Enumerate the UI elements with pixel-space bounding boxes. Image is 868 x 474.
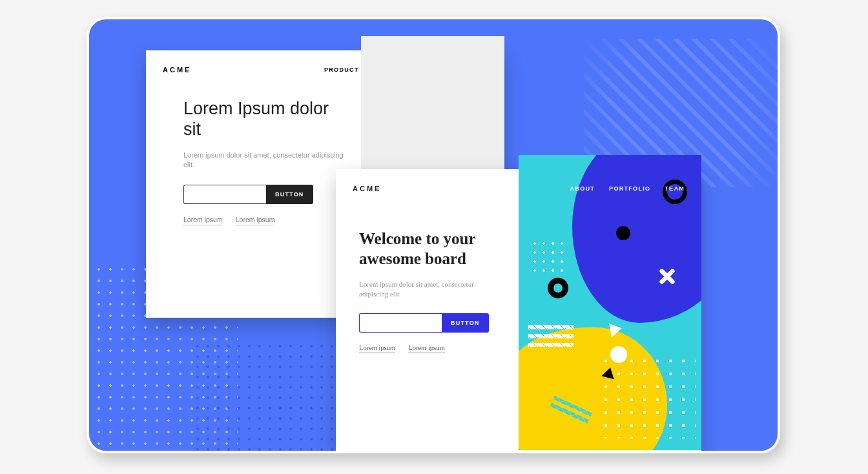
wireframe-link-1[interactable]: Lorem ipsum xyxy=(183,216,223,225)
styled-headline: Welcome to your awesome board xyxy=(359,229,503,269)
triangle-white-icon xyxy=(609,322,623,338)
wireframe-logo: ACME xyxy=(163,66,191,74)
styled-body: Welcome to your awesome board Lorem ipsu… xyxy=(336,199,519,450)
styled-cta: BUTTON xyxy=(359,313,503,333)
wireframe-button[interactable]: BUTTON xyxy=(266,185,313,204)
wireframe-cta: BUTTON xyxy=(183,185,346,204)
nav-team[interactable]: TEAM xyxy=(665,185,685,192)
illustration-stage: ACME PRODUCT ABOUT PORTFOLIO TEAM Lorem … xyxy=(87,17,780,453)
ring-small-icon xyxy=(548,278,568,298)
dots-grid-icon xyxy=(599,355,696,438)
styled-nav: PRODUCT ABOUT PORTFOLIO TEAM xyxy=(521,185,685,192)
styled-button[interactable]: BUTTON xyxy=(442,313,489,333)
wireframe-headline: Lorem Ipsum dolor sit xyxy=(183,98,346,140)
styled-input[interactable] xyxy=(359,313,442,333)
styled-logo: ACME xyxy=(353,185,381,192)
wireframe-input[interactable] xyxy=(183,185,266,204)
dots-small-icon xyxy=(530,239,569,278)
styled-link-1[interactable]: Lorem ipsum xyxy=(359,344,395,353)
styled-card: ACME PRODUCT ABOUT PORTFOLIO TEAM Welcom… xyxy=(336,169,701,453)
styled-subtext: Lorem ipsum dolor sit amet, consectetur … xyxy=(359,280,503,300)
styled-header: ACME PRODUCT ABOUT PORTFOLIO TEAM xyxy=(336,169,701,199)
nav-portfolio[interactable]: PORTFOLIO xyxy=(609,185,650,192)
circle-white-icon xyxy=(610,346,627,363)
circle-solid-icon xyxy=(616,226,630,240)
nav-product[interactable]: PRODUCT xyxy=(324,67,359,73)
wireframe-link-2[interactable]: Lorem ipsum xyxy=(236,216,275,225)
nav-about[interactable]: ABOUT xyxy=(570,185,595,192)
zigzag-white-icon xyxy=(528,325,574,347)
styled-link-2[interactable]: Lorem ipsum xyxy=(408,344,444,353)
styled-hero-art xyxy=(519,155,701,450)
wireframe-body: Lorem Ipsum dolor sit Lorem ipsum dolor … xyxy=(146,80,361,313)
styled-links: Lorem ipsum Lorem ipsum xyxy=(359,344,503,353)
x-icon xyxy=(659,268,676,285)
wireframe-subtext: Lorem ipsum dolor sit amet, consectetur … xyxy=(183,150,346,170)
nav-product[interactable]: PRODUCT xyxy=(521,185,556,192)
wireframe-links: Lorem ipsum Lorem ipsum xyxy=(183,216,346,225)
